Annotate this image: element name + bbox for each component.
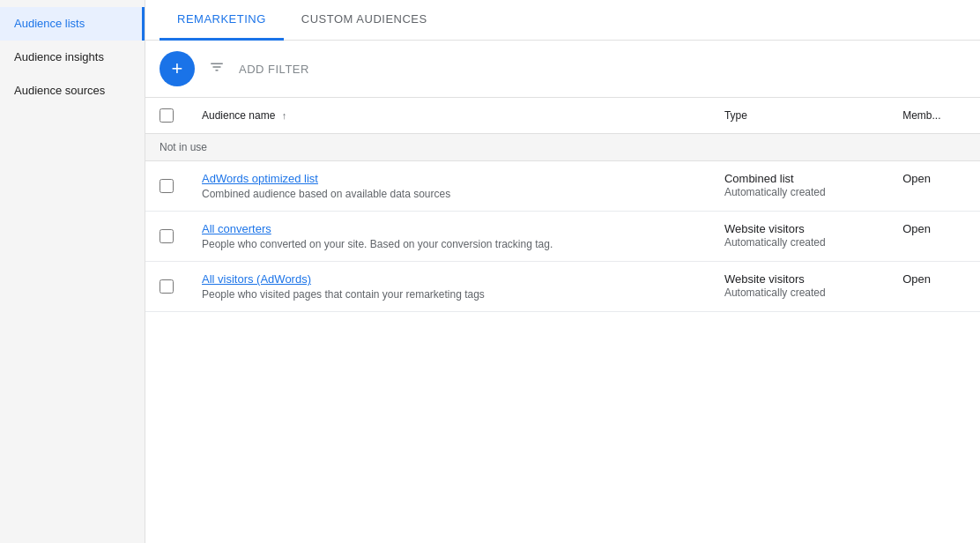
row-membership-cell: Open [888, 161, 980, 212]
row-type-cell: Website visitorsAutomatically created [710, 212, 888, 262]
header-type: Type [710, 98, 888, 134]
table-row: All convertersPeople who converted on yo… [145, 212, 980, 262]
audience-table-container: Audience name ↑ Type Memb... Not in useA… [145, 97, 980, 543]
select-all-checkbox[interactable] [160, 108, 174, 123]
filter-icon[interactable] [205, 56, 228, 82]
section-header-row: Not in use [145, 134, 980, 161]
membership-status: Open [902, 272, 931, 286]
tab-bar: REMARKETINGCUSTOM AUDIENCES [145, 0, 980, 41]
membership-status: Open [902, 172, 931, 185]
sidebar-item-audience-lists[interactable]: Audience lists [0, 7, 145, 41]
audience-description: People who converted on your site. Based… [202, 238, 553, 250]
add-filter-label[interactable]: ADD FILTER [239, 63, 309, 76]
type-sub: Automatically created [724, 286, 826, 299]
header-checkbox-cell [145, 98, 188, 134]
row-membership-cell: Open [888, 262, 980, 312]
audience-description: Combined audience based on available dat… [202, 188, 450, 200]
toolbar: + ADD FILTER [145, 41, 980, 97]
type-main: Website visitors [724, 272, 874, 286]
row-name-cell: AdWords optimized listCombined audience … [188, 161, 710, 212]
audience-name-link[interactable]: AdWords optimized list [202, 172, 696, 185]
audience-table: Audience name ↑ Type Memb... Not in useA… [145, 98, 980, 312]
row-checkbox-cell [145, 212, 188, 262]
table-row: AdWords optimized listCombined audience … [145, 161, 980, 212]
row-name-cell: All visitors (AdWords)People who visited… [188, 262, 710, 312]
audience-name-link[interactable]: All converters [202, 222, 696, 235]
type-main: Website visitors [724, 222, 874, 235]
row-checkbox-2[interactable] [160, 279, 174, 294]
sidebar-item-audience-sources[interactable]: Audience sources [0, 74, 145, 108]
table-row: All visitors (AdWords)People who visited… [145, 262, 980, 312]
membership-status: Open [902, 222, 931, 235]
table-header-row: Audience name ↑ Type Memb... [145, 98, 980, 134]
add-audience-button[interactable]: + [160, 51, 195, 86]
header-membership: Memb... [888, 98, 980, 134]
sidebar-item-audience-insights[interactable]: Audience insights [0, 41, 145, 74]
tab-custom-audiences[interactable]: CUSTOM AUDIENCES [284, 0, 445, 41]
header-audience-name[interactable]: Audience name ↑ [188, 98, 710, 134]
sort-arrow-icon: ↑ [282, 110, 287, 121]
row-type-cell: Website visitorsAutomatically created [710, 262, 888, 312]
row-name-cell: All convertersPeople who converted on yo… [188, 212, 710, 262]
section-header: Not in use [145, 134, 980, 161]
audience-description: People who visited pages that contain yo… [202, 288, 485, 301]
sidebar: Audience listsAudience insightsAudience … [0, 0, 145, 543]
tab-remarketing[interactable]: REMARKETING [160, 0, 284, 41]
plus-icon: + [172, 59, 183, 78]
type-main: Combined list [724, 172, 874, 185]
type-sub: Automatically created [724, 186, 826, 198]
type-sub: Automatically created [724, 236, 826, 249]
row-checkbox-cell [145, 161, 188, 212]
audience-name-link[interactable]: All visitors (AdWords) [202, 272, 696, 286]
row-checkbox-cell [145, 262, 188, 312]
row-membership-cell: Open [888, 212, 980, 262]
row-checkbox-1[interactable] [160, 229, 174, 243]
row-checkbox-0[interactable] [160, 179, 174, 193]
main-content: REMARKETINGCUSTOM AUDIENCES + ADD FILTER [145, 0, 980, 543]
row-type-cell: Combined listAutomatically created [710, 161, 888, 212]
